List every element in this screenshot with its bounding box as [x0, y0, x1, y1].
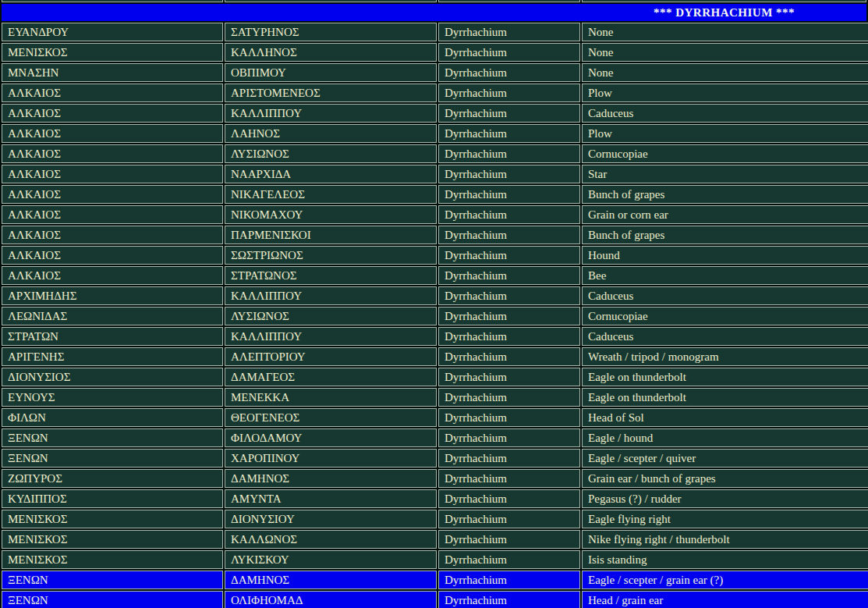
table-row[interactable]: ΑΛΚΑΙΟΣ ΚΑΛΛΙΠΠΟΥ Dyrrhachium Caduceus — [2, 104, 868, 123]
mint-cell: Dyrrhachium — [438, 226, 580, 244]
section-header-bar: *** DYRRHACHIUM *** — [2, 4, 866, 21]
table-row[interactable]: ΚΥΔΙΠΠΟΣ ΑΜΥΝΤΑ Dyrrhachium Pegasus (?) … — [2, 489, 868, 508]
patronymic-cell: ΔΑΜΗΝΟΣ — [225, 469, 437, 488]
table-row[interactable]: ΖΩΠΥΡΟΣ ΔΑΜΗΝΟΣ Dyrrhachium Grain ear / … — [2, 469, 868, 488]
patronymic-cell: ΟΛΙΦΗΟΜΑΔ — [225, 591, 437, 608]
symbol-cell: Plow — [582, 124, 868, 143]
mint-cell: Dyrrhachium — [438, 327, 580, 346]
mint-cell: Dyrrhachium — [438, 286, 580, 305]
table-row[interactable]: ΑΛΚΑΙΟΣ ΛΑΗΝΟΣ Dyrrhachium Plow — [2, 124, 868, 143]
mint-cell: Dyrrhachium — [438, 266, 580, 285]
symbol-cell: Grain ear / bunch of grapes — [582, 469, 868, 488]
mint-cell: Dyrrhachium — [438, 571, 580, 589]
symbol-cell: None — [582, 23, 868, 41]
mint-cell: Dyrrhachium — [438, 307, 580, 325]
table-body: ΕΥΑΝΔΡΟΥ ΣΑΤΥΡΗΝΟΣ Dyrrhachium None ΜΕΝΙ… — [2, 23, 868, 608]
patronymic-cell: ΚΑΛΛΗΝΟΣ — [225, 43, 437, 62]
magistrate-cell: ΞΕΝΩΝ — [2, 449, 223, 468]
patronymic-cell: ΚΑΛΛΙΠΠΟΥ — [225, 286, 437, 305]
mint-cell: Dyrrhachium — [438, 550, 580, 569]
symbol-cell: Plow — [582, 84, 868, 102]
table-row[interactable]: ΦΙΛΩΝ ΘΕΟΓΕΝΕΟΣ Dyrrhachium Head of Sol — [2, 408, 868, 427]
table-row[interactable]: ΑΛΚΑΙΟΣ ΣΤΡΑΤΩΝΟΣ Dyrrhachium Bee — [2, 266, 868, 285]
coin-table: *** DYRRHACHIUM *** ΕΥΑΝΔΡΟΥ ΣΑΤΥΡΗΝΟΣ D… — [0, 0, 868, 608]
table-row[interactable]: ΜΕΝΙΣΚΟΣ ΚΑΛΛΩΝΟΣ Dyrrhachium Nike flyin… — [2, 530, 868, 549]
table-row[interactable]: ΕΥΑΝΔΡΟΥ ΣΑΤΥΡΗΝΟΣ Dyrrhachium None — [2, 23, 868, 41]
table-row[interactable]: ΞΕΝΩΝ ΟΛΙΦΗΟΜΑΔ Dyrrhachium Head / grain… — [2, 591, 868, 608]
magistrate-cell: ΑΛΚΑΙΟΣ — [2, 144, 223, 163]
symbol-cell: Grain or corn ear — [582, 205, 868, 224]
patronymic-cell: ΚΑΛΛΩΝΟΣ — [225, 530, 437, 549]
symbol-cell: Cornucopiae — [582, 307, 868, 325]
table-row[interactable]: ΑΛΚΑΙΟΣ ΣΩΣΤΡΙΩΝΟΣ Dyrrhachium Hound — [2, 246, 868, 265]
magistrate-cell: ΚΥΔΙΠΠΟΣ — [2, 489, 223, 508]
magistrate-cell: ΑΡΧΙΜΗΔΗΣ — [2, 286, 223, 305]
table-row[interactable]: ΜΕΝΙΣΚΟΣ ΛΥΚΙΣΚΟΥ Dyrrhachium Isis stand… — [2, 550, 868, 569]
symbol-cell: Bunch of grapes — [582, 226, 868, 244]
symbol-cell: Caduceus — [582, 286, 868, 305]
magistrate-cell: ΑΛΚΑΙΟΣ — [2, 205, 223, 224]
mint-cell: Dyrrhachium — [438, 63, 580, 82]
patronymic-cell: ΑΡΙΣΤΟΜΕΝΕΟΣ — [225, 84, 437, 102]
symbol-cell: Wreath / tripod / monogram — [582, 347, 868, 366]
mint-cell: Dyrrhachium — [438, 510, 580, 528]
patronymic-cell: ΘΕΟΓΕΝΕΟΣ — [225, 408, 437, 427]
table-row[interactable]: ΑΛΚΑΙΟΣ ΑΡΙΣΤΟΜΕΝΕΟΣ Dyrrhachium Plow — [2, 84, 868, 102]
magistrate-cell: ΞΕΝΩΝ — [2, 571, 223, 589]
mint-cell: Dyrrhachium — [438, 185, 580, 204]
table-row[interactable]: ΜΕΝΙΣΚΟΣ ΔΙΟΝΥΣΙΟΥ Dyrrhachium Eagle fly… — [2, 510, 868, 528]
patronymic-cell: ΣΩΣΤΡΙΩΝΟΣ — [225, 246, 437, 265]
patronymic-cell: ΑΛΕΠΤΟΡΙΟΥ — [225, 347, 437, 366]
table-row[interactable]: ΞΕΝΩΝ ΔΑΜΗΝΟΣ Dyrrhachium Eagle / scepte… — [2, 571, 868, 589]
patronymic-cell: ΚΑΛΛΙΠΠΟΥ — [225, 327, 437, 346]
symbol-cell: Eagle flying right — [582, 510, 868, 528]
patronymic-cell: ΜΕΝΕΚΚΑ — [225, 388, 437, 407]
patronymic-cell: ΛΥΚΙΣΚΟΥ — [225, 550, 437, 569]
symbol-cell: None — [582, 63, 868, 82]
sliver-cell — [582, 0, 866, 2]
table-row[interactable]: ΔΙΟΝΥΣΙΟΣ ΔΑΜΑΓΕΟΣ Dyrrhachium Eagle on … — [2, 368, 868, 386]
table-row[interactable]: ΛΕΩΝΙΔΑΣ ΛΥΣΙΩΝΟΣ Dyrrhachium Cornucopia… — [2, 307, 868, 325]
magistrate-cell: ΕΥΑΝΔΡΟΥ — [2, 23, 223, 41]
symbol-cell: Eagle / hound — [582, 428, 868, 447]
patronymic-cell: ΣΤΡΑΤΩΝΟΣ — [225, 266, 437, 285]
sliver-cell — [225, 0, 437, 2]
table-row[interactable]: ΑΛΚΑΙΟΣ ΠΑΡΜΕΝΙΣΚΟΙ Dyrrhachium Bunch of… — [2, 226, 868, 244]
symbol-cell: Isis standing — [582, 550, 868, 569]
mint-cell: Dyrrhachium — [438, 124, 580, 143]
mint-cell: Dyrrhachium — [438, 144, 580, 163]
table-row[interactable]: ΞΕΝΩΝ ΦΙΛΟΔΑΜΟΥ Dyrrhachium Eagle / houn… — [2, 428, 868, 447]
table-row[interactable]: ΑΛΚΑΙΟΣ ΝΙΚΑΓΕΛΕΟΣ Dyrrhachium Bunch of … — [2, 185, 868, 204]
magistrate-cell: ΖΩΠΥΡΟΣ — [2, 469, 223, 488]
symbol-cell: Eagle on thunderbolt — [582, 368, 868, 386]
table-row[interactable]: ΕΥΝΟΥΣ ΜΕΝΕΚΚΑ Dyrrhachium Eagle on thun… — [2, 388, 868, 407]
patronymic-cell: ΛΥΣΙΩΝΟΣ — [225, 307, 437, 325]
mint-cell: Dyrrhachium — [438, 469, 580, 488]
table-row[interactable]: ΑΡΧΙΜΗΔΗΣ ΚΑΛΛΙΠΠΟΥ Dyrrhachium Caduceus — [2, 286, 868, 305]
symbol-cell: Bee — [582, 266, 868, 285]
magistrate-cell: ΜΕΝΙΣΚΟΣ — [2, 550, 223, 569]
table-row[interactable]: ΜΕΝΙΣΚΟΣ ΚΑΛΛΗΝΟΣ Dyrrhachium None — [2, 43, 868, 62]
symbol-cell: Nike flying right / thunderbolt — [582, 530, 868, 549]
mint-cell: Dyrrhachium — [438, 449, 580, 468]
symbol-cell: Star — [582, 165, 868, 183]
magistrate-cell: ΑΛΚΑΙΟΣ — [2, 226, 223, 244]
previous-row-sliver — [2, 0, 866, 2]
table-row[interactable]: ΣΤΡΑΤΩΝ ΚΑΛΛΙΠΠΟΥ Dyrrhachium Caduceus — [2, 327, 868, 346]
patronymic-cell: ΛΥΣΙΩΝΟΣ — [225, 144, 437, 163]
patronymic-cell: ΝΙΚΑΓΕΛΕΟΣ — [225, 185, 437, 204]
mint-cell: Dyrrhachium — [438, 428, 580, 447]
symbol-cell: Eagle on thunderbolt — [582, 388, 868, 407]
symbol-cell: Head / grain ear — [582, 591, 868, 608]
patronymic-cell: ΑΜΥΝΤΑ — [225, 489, 437, 508]
table-row[interactable]: ΑΛΚΑΙΟΣ ΛΥΣΙΩΝΟΣ Dyrrhachium Cornucopiae — [2, 144, 868, 163]
patronymic-cell: ΝΑΑΡΧΙΔΑ — [225, 165, 437, 183]
magistrate-cell: ΔΙΟΝΥΣΙΟΣ — [2, 368, 223, 386]
table-row[interactable]: ΜΝΑΣΗΝ ΟΒΠΙΜΟΥ Dyrrhachium None — [2, 63, 868, 82]
symbol-cell: None — [582, 43, 868, 62]
mint-cell: Dyrrhachium — [438, 84, 580, 102]
table-row[interactable]: ΑΛΚΑΙΟΣ ΝΑΑΡΧΙΔΑ Dyrrhachium Star — [2, 165, 868, 183]
table-row[interactable]: ΞΕΝΩΝ ΧΑΡΟΠΙΝΟΥ Dyrrhachium Eagle / scep… — [2, 449, 868, 468]
table-row[interactable]: ΑΛΚΑΙΟΣ ΝΙΚΟΜΑΧΟΥ Dyrrhachium Grain or c… — [2, 205, 868, 224]
table-row[interactable]: ΑΡΙΓΕΝΗΣ ΑΛΕΠΤΟΡΙΟΥ Dyrrhachium Wreath /… — [2, 347, 868, 366]
